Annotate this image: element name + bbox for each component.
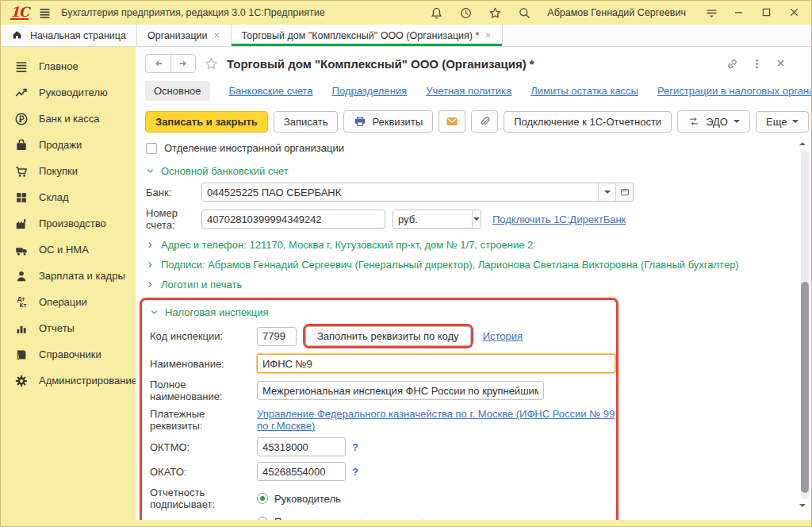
app-title: Бухгалтерия предприятия, редакция 3.0 1С… (61, 7, 324, 18)
more-button[interactable]: Еще (756, 111, 809, 133)
foreign-org-checkbox[interactable] (146, 143, 157, 154)
scrollbar-track[interactable] (801, 150, 809, 499)
directbank-link[interactable]: Подключить 1С:ДиректБанк (492, 213, 626, 225)
chevron-down-icon (792, 120, 799, 126)
nav-link-bank-accounts[interactable]: Банковские счета (229, 85, 313, 97)
chevron-right-icon (146, 240, 155, 249)
tab-home[interactable]: Начальная страница (1, 25, 137, 46)
name-input[interactable] (257, 354, 615, 373)
minimize-button[interactable] (733, 6, 746, 20)
section-logo-stamp[interactable]: Логотип и печать (136, 275, 797, 294)
nav-link-accounting-policy[interactable]: Учетная политика (426, 85, 511, 97)
sidebar-item-salary-hr[interactable]: Зарплата и кадры (1, 263, 136, 289)
bank-label: Банк: (146, 187, 201, 198)
notifications-bell-icon[interactable] (430, 6, 443, 20)
favorite-star-icon[interactable] (204, 56, 219, 71)
bag-icon (13, 137, 29, 152)
sidebar-item-purchases[interactable]: Покупки (1, 158, 136, 184)
book-icon (13, 347, 29, 362)
section-main-bank-account[interactable]: Основной банковский счет (136, 161, 797, 181)
sidebar-item-operations[interactable]: ДтКтОперации (1, 289, 136, 315)
scrollbar-thumb[interactable] (801, 282, 809, 493)
get-link-icon[interactable] (726, 58, 738, 70)
oktmo-help-icon[interactable]: ? (352, 441, 358, 453)
inspection-code-label: Код инспекции: (150, 330, 257, 342)
more-kebab-icon[interactable] (751, 58, 763, 70)
edo-button[interactable]: ЭДО (677, 110, 750, 133)
search-icon[interactable] (518, 6, 531, 20)
signer-option-label: Представитель (274, 516, 347, 520)
section-title: Адрес и телефон: 121170, Москва г, Кутуз… (161, 239, 533, 251)
chevron-down-icon (604, 190, 611, 197)
connect-1c-reporting-button[interactable]: Подключение к 1С-Отчетности (504, 111, 672, 133)
account-number-input[interactable] (201, 210, 385, 229)
annotation-red-ring: Заполнить реквизиты по коду (303, 324, 473, 348)
chevron-down-icon (150, 308, 159, 317)
history-link[interactable]: История (483, 330, 523, 342)
ruble-circle-icon (13, 111, 29, 126)
bank-dropdown-button[interactable] (598, 183, 615, 201)
tab-organizations[interactable]: Организации (137, 25, 232, 46)
sidebar-item-main[interactable]: Главное (1, 53, 136, 79)
current-user[interactable]: Абрамов Геннадий Сергеевич (547, 7, 686, 18)
attachments-button[interactable] (471, 110, 498, 133)
signer-radio-representative[interactable] (257, 517, 268, 521)
bank-open-button[interactable] (615, 183, 633, 201)
tab-org-card[interactable]: Торговый дом "Комплексный" ООО (Организа… (232, 25, 504, 46)
inspection-code-input[interactable] (257, 327, 297, 346)
close-form-icon[interactable] (776, 58, 787, 70)
save-button[interactable]: Записать (274, 111, 339, 133)
favorites-star-icon[interactable] (488, 6, 502, 20)
sidebar-item-directories[interactable]: Справочники (1, 341, 136, 367)
sidebar-item-fixed-assets[interactable]: ОС и НМА (1, 237, 136, 263)
service-menu-icon[interactable] (705, 6, 718, 20)
tab-close-icon[interactable] (213, 32, 220, 39)
okato-label: ОКАТО: (150, 466, 257, 478)
section-title: Основной банковский счет (161, 165, 289, 177)
sidebar-item-manager[interactable]: Руководителю (1, 79, 136, 106)
section-signatures[interactable]: Подписи: Абрамов Геннадий Сергеевич (Ген… (136, 255, 797, 275)
sections-sidebar: Главное Руководителю Банк и касса Продаж… (1, 47, 136, 520)
sidebar-item-administration[interactable]: Администрирование (1, 367, 136, 394)
tab-close-icon[interactable] (485, 32, 492, 39)
signer-radio-director[interactable] (257, 493, 268, 504)
payment-requisites-link[interactable]: Управление Федерального казначейства по … (257, 408, 616, 432)
sidebar-item-label: Покупки (39, 165, 78, 177)
section-address-phone[interactable]: Адрес и телефон: 121170, Москва г, Кутуз… (136, 235, 797, 255)
save-and-close-button[interactable]: Записать и закрыть (145, 111, 268, 133)
nav-tab-main[interactable]: Основное (145, 81, 210, 101)
oktmo-input[interactable] (257, 437, 346, 456)
bank-input[interactable] (202, 183, 598, 201)
fill-requisites-button[interactable]: Заполнить реквизиты по коду (305, 326, 471, 346)
tab-bar: Начальная страница Организации Торговый … (1, 25, 811, 47)
full-name-input[interactable] (257, 381, 544, 400)
requisites-button[interactable]: Реквизиты (343, 110, 433, 133)
okato-help-icon[interactable]: ? (352, 466, 358, 478)
close-window-button[interactable] (788, 6, 802, 20)
currency-input[interactable] (393, 210, 472, 228)
oktmo-label: ОКТМО: (150, 441, 257, 453)
sidebar-item-reports[interactable]: Отчеты (1, 315, 136, 341)
currency-dropdown-button[interactable] (472, 210, 481, 228)
main-menu-icon[interactable] (38, 6, 52, 20)
history-icon[interactable] (459, 6, 473, 20)
scrollbar-down-arrow[interactable] (799, 504, 806, 507)
scrollbar-up-arrow[interactable] (799, 142, 806, 145)
sidebar-item-bank-cash[interactable]: Банк и касса (1, 106, 136, 132)
send-email-button[interactable] (439, 110, 465, 133)
nav-link-departments[interactable]: Подразделения (332, 85, 408, 97)
sidebar-item-label: Руководителю (39, 87, 108, 98)
form-title: Торговый дом "Комплексный" ООО (Организа… (227, 57, 534, 71)
gear-icon (13, 373, 29, 388)
back-arrow-button[interactable] (146, 55, 170, 72)
sidebar-item-warehouse[interactable]: Склад (1, 184, 136, 210)
sidebar-item-label: Отчеты (39, 322, 75, 334)
nav-link-tax-registrations[interactable]: Регистрации в налоговых органах (657, 85, 811, 97)
forward-arrow-button[interactable] (170, 55, 195, 72)
sidebar-item-production[interactable]: Производство (1, 210, 136, 237)
okato-input[interactable] (257, 462, 346, 481)
maximize-button[interactable] (760, 6, 774, 20)
section-tax-inspection[interactable]: Налоговая инспекция (142, 302, 616, 322)
nav-link-cash-limits[interactable]: Лимиты остатка кассы (530, 85, 638, 97)
sidebar-item-sales[interactable]: Продажи (1, 132, 136, 158)
